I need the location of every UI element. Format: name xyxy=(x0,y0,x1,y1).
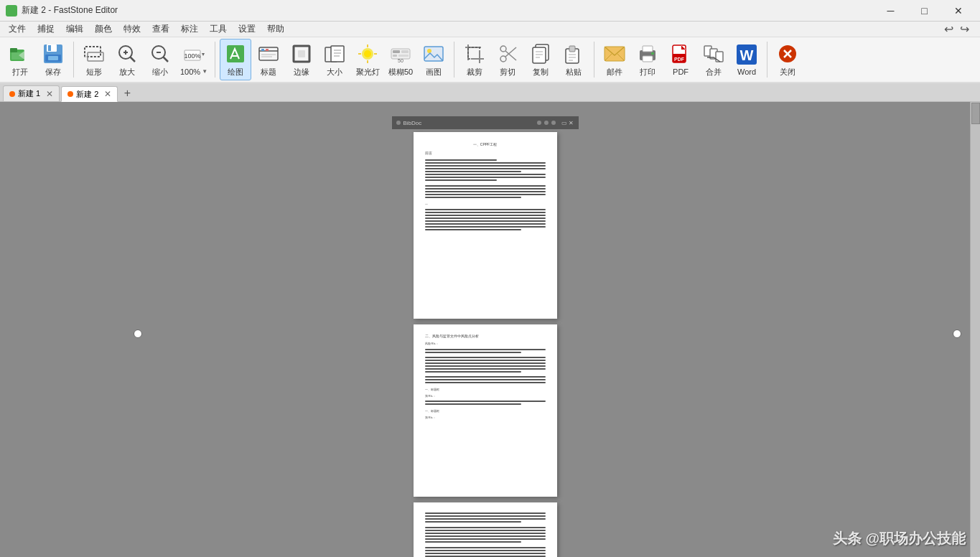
tl xyxy=(425,530,546,531)
spotlight-button[interactable]: 聚光灯 xyxy=(352,39,383,80)
tl xyxy=(425,226,546,228)
word-label: Word xyxy=(737,67,756,76)
svg-rect-60 xyxy=(533,47,546,63)
tag-icon xyxy=(257,42,280,65)
tl xyxy=(425,177,546,178)
svg-marker-20 xyxy=(202,53,205,56)
doc-topbar-left: BibDoc xyxy=(396,120,422,126)
draw-icon xyxy=(224,42,247,65)
blur-button[interactable]: 50 模糊50 xyxy=(385,39,416,80)
resize-button[interactable]: 大小 xyxy=(319,39,350,80)
tab-2[interactable]: 新建 2 ✕ xyxy=(61,86,118,102)
merge-button[interactable]: 合并 xyxy=(698,39,729,80)
tl xyxy=(425,538,546,540)
tl xyxy=(425,379,546,380)
word-button[interactable]: W Word xyxy=(731,39,762,80)
tab-2-close[interactable]: ✕ xyxy=(104,89,111,99)
redo-button[interactable]: ↪ xyxy=(957,22,971,37)
open-button[interactable]: 打开 xyxy=(4,39,36,80)
close-button[interactable]: ✕ xyxy=(942,0,974,22)
page2-subsub2: 第 RIs： xyxy=(425,416,546,419)
zoom-in-label: 放大 xyxy=(119,67,135,78)
page-1-wrapper: 一、CPPF工程 前言 一 xyxy=(414,132,557,319)
title-bar: 新建 2 - FastStone Editor ─ □ ✕ xyxy=(0,0,980,22)
tab-1[interactable]: 新建 1 ✕ xyxy=(3,85,60,101)
rect-icon xyxy=(83,42,106,65)
border-label: 边缘 xyxy=(294,67,309,78)
mail-icon xyxy=(603,42,626,65)
rect-button[interactable]: 短形 xyxy=(78,39,110,80)
menu-annotate[interactable]: 标注 xyxy=(175,22,204,37)
mail-button[interactable]: 邮件 xyxy=(599,39,630,80)
tl xyxy=(425,191,546,192)
minimize-button[interactable]: ─ xyxy=(874,0,907,22)
svg-point-56 xyxy=(500,46,506,52)
tab-add-button[interactable]: + xyxy=(119,85,135,101)
paste-button[interactable]: 粘贴 xyxy=(558,39,589,80)
page2-title: 二、风险与监管文件中风险点分析 xyxy=(425,334,546,338)
draw-label: 绘图 xyxy=(228,67,243,78)
pdf-button[interactable]: PDF PDF xyxy=(665,39,696,80)
svg-rect-21 xyxy=(227,45,244,62)
close-main-button[interactable]: 关闭 xyxy=(772,39,803,80)
tl xyxy=(425,352,521,353)
pages-container: BibDoc ▭ ✕ 一、CPPF工程 前言 xyxy=(392,102,579,557)
crop-button[interactable]: 裁剪 xyxy=(459,39,490,80)
scrollbar-thumb[interactable] xyxy=(971,103,980,124)
svg-rect-1 xyxy=(10,48,17,52)
tl xyxy=(425,174,546,175)
menu-settings[interactable]: 设置 xyxy=(233,22,261,37)
tag-button[interactable]: 标题 xyxy=(253,39,284,80)
menu-help[interactable]: 帮助 xyxy=(261,22,290,37)
tl xyxy=(425,217,546,219)
tl xyxy=(425,220,546,222)
menu-edit[interactable]: 编辑 xyxy=(60,22,89,37)
save-icon xyxy=(42,42,65,65)
right-handle[interactable] xyxy=(953,329,961,338)
maximize-button[interactable]: □ xyxy=(908,0,941,22)
vertical-scrollbar[interactable] xyxy=(970,102,980,557)
draw-button[interactable]: 绘图 xyxy=(220,39,251,80)
zoom-pct-button[interactable]: 100% 100% ▼ xyxy=(177,39,210,80)
resize-label: 大小 xyxy=(327,67,342,78)
tl xyxy=(425,223,546,225)
copy-button[interactable]: 复制 xyxy=(525,39,556,80)
sep5 xyxy=(767,42,767,78)
doc-page-2: 二、风险与监管文件中风险点分析 风险 RIs： 一、标题框 xyxy=(414,324,557,497)
menu-view[interactable]: 查看 xyxy=(146,22,175,37)
menu-file[interactable]: 文件 xyxy=(3,22,32,37)
tab-1-label: 新建 1 xyxy=(18,88,40,99)
menu-effects[interactable]: 特效 xyxy=(118,22,146,37)
svg-text:W: W xyxy=(740,47,754,63)
tab-1-close[interactable]: ✕ xyxy=(46,89,53,99)
page2-subsub1: 第 RIs： xyxy=(425,394,546,398)
border-icon xyxy=(290,42,313,65)
save-button[interactable]: 保存 xyxy=(37,39,69,80)
svg-point-49 xyxy=(427,49,431,53)
menu-tools[interactable]: 工具 xyxy=(204,22,233,37)
picture-button[interactable]: 画图 xyxy=(418,39,449,80)
tl xyxy=(425,515,546,517)
tag-label: 标题 xyxy=(261,67,276,78)
zoom-pct-label: 100% xyxy=(180,67,200,76)
scissors-label: 剪切 xyxy=(500,67,515,78)
doc-dot-1 xyxy=(396,121,401,125)
tl xyxy=(425,357,546,358)
scissors-button[interactable]: 剪切 xyxy=(492,39,523,80)
canvas-area[interactable]: BibDoc ▭ ✕ 一、CPPF工程 前言 xyxy=(0,102,980,557)
menu-capture[interactable]: 捕捉 xyxy=(32,22,60,37)
zoom-in-button[interactable]: 放大 xyxy=(111,39,143,80)
menu-color[interactable]: 颜色 xyxy=(89,22,118,37)
spotlight-icon xyxy=(356,42,379,65)
blur-icon: 50 xyxy=(389,42,412,65)
print-button[interactable]: 打印 xyxy=(632,39,663,80)
left-handle[interactable] xyxy=(134,329,142,338)
tl xyxy=(425,171,521,172)
print-icon xyxy=(636,42,659,65)
sep2 xyxy=(215,42,215,78)
zoom-out-button[interactable]: 缩小 xyxy=(144,39,176,80)
undo-button[interactable]: ↩ xyxy=(941,22,956,37)
border-button[interactable]: 边缘 xyxy=(286,39,317,80)
page1-section: 前言 xyxy=(425,151,546,155)
tl xyxy=(425,541,521,543)
